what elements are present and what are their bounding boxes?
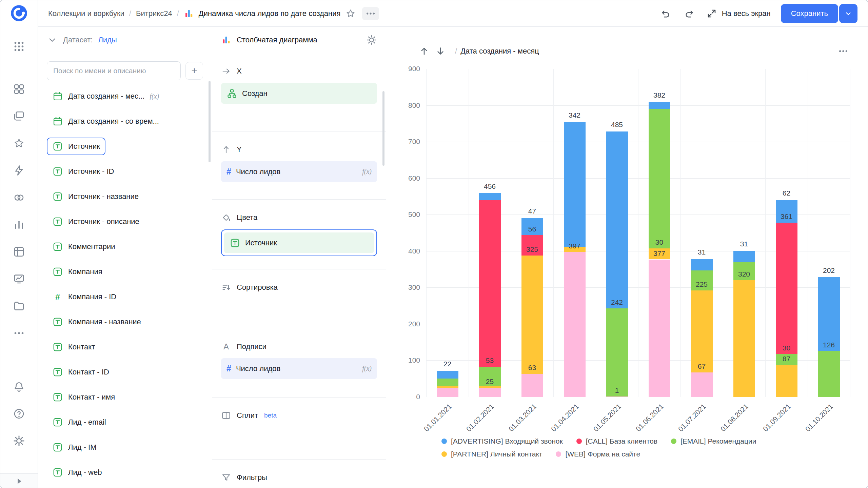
breadcrumb-collections[interactable]: Коллекции и воркбуки [48, 9, 124, 18]
widgets-icon[interactable] [12, 82, 26, 97]
favorite-star-icon[interactable] [345, 8, 356, 19]
dataset-field-row[interactable]: Комментарии [47, 234, 203, 259]
redo-icon[interactable] [683, 7, 696, 20]
apps-grid-icon[interactable] [12, 39, 26, 54]
quick-charts-icon[interactable] [12, 163, 26, 178]
stacked-bar-chart[interactable]: 01002003004005006007008009002201.01.2021… [426, 69, 850, 397]
bar-segment[interactable] [564, 252, 586, 397]
bar-segment[interactable] [606, 131, 628, 308]
bar-segment[interactable] [606, 308, 628, 396]
fullscreen-button[interactable]: На весь экран [706, 8, 771, 19]
dataset-field-row[interactable]: Контакт [47, 334, 203, 360]
bar-segment[interactable] [606, 396, 628, 397]
bar-segment[interactable] [818, 277, 840, 351]
text-field-icon [52, 442, 63, 453]
breadcrumb-workbook[interactable]: Битрикс24 [136, 9, 172, 18]
bar-segment[interactable] [733, 251, 755, 262]
fields-scrollbar[interactable] [209, 81, 211, 162]
bar-segment[interactable] [691, 259, 713, 270]
x-field-pill[interactable]: Создан [221, 83, 377, 104]
field-search-input[interactable] [47, 61, 181, 80]
dataset-field-list: Дата создания - мес...f(x)Дата создания … [47, 84, 203, 485]
bar-segment[interactable] [437, 379, 458, 386]
bar-segment[interactable] [818, 351, 840, 397]
expand-rail-button[interactable] [0, 473, 38, 488]
dataset-field-row[interactable]: Лид - web [47, 460, 203, 485]
dataset-field-row[interactable]: Источник - ID [47, 159, 203, 184]
y-axis-label: 800 [392, 101, 420, 109]
help-icon[interactable] [12, 406, 26, 421]
bar-segment[interactable] [479, 200, 501, 367]
bar-segment[interactable] [521, 256, 543, 374]
legend-item[interactable]: [WEB] Форма на сайте [556, 450, 640, 458]
dataset-field-row[interactable]: Источник - описание [47, 209, 203, 234]
bar-segment[interactable] [733, 280, 755, 397]
favorites-icon[interactable] [12, 136, 26, 151]
number-field-icon: # [226, 167, 231, 177]
bar-segment[interactable] [437, 371, 458, 379]
notifications-icon[interactable] [12, 379, 26, 394]
labels-field-pill[interactable]: # Число лидов f(x) [221, 358, 377, 379]
bar-segment[interactable] [691, 372, 713, 397]
dataset-field-row[interactable]: Контакт - имя [47, 385, 203, 410]
dataset-field-row[interactable]: Контакт - ID [47, 360, 203, 385]
y-field-pill[interactable]: # Число лидов f(x) [221, 161, 377, 182]
dataset-field-row[interactable]: Источник [47, 134, 203, 159]
chart-settings-gear-icon[interactable] [366, 35, 377, 45]
bar-segment[interactable] [479, 386, 501, 388]
dataset-field-row[interactable]: #Компания - ID [47, 284, 203, 309]
dataset-field-row[interactable]: Источник - название [47, 184, 203, 209]
save-button[interactable]: Сохранить [781, 4, 838, 23]
dataset-field-row[interactable]: Лид - IM [47, 435, 203, 460]
drill-down-icon[interactable] [434, 45, 447, 58]
section-filters: Фильтры [212, 460, 386, 488]
connections-icon[interactable] [12, 190, 26, 205]
datasets-icon[interactable] [12, 244, 26, 259]
monitoring-icon[interactable] [12, 271, 26, 286]
undo-icon[interactable] [659, 7, 672, 20]
section-colors-title: Цвета [237, 213, 257, 222]
add-field-button[interactable]: + [185, 62, 203, 80]
dataset-field-row[interactable]: Компания - название [47, 309, 203, 334]
config-scrollbar[interactable] [382, 91, 384, 166]
legend-item[interactable]: [EMAIL] Рекомендации [671, 437, 756, 445]
legend-item[interactable]: [PARTNER] Личный контакт [441, 450, 542, 458]
bar-segment[interactable] [649, 102, 670, 109]
field-name-label: Источник - ID [68, 167, 114, 176]
charts-icon[interactable] [12, 217, 26, 232]
dataset-field-row[interactable]: Дата создания - мес...f(x) [47, 84, 203, 109]
more-icon[interactable] [12, 326, 26, 341]
bar-value-label: 62 [783, 189, 790, 197]
collections-icon[interactable] [12, 109, 26, 124]
dataset-link[interactable]: Лиды [98, 36, 117, 44]
column-chart-icon[interactable] [221, 35, 231, 45]
bar-segment[interactable] [776, 365, 797, 397]
storage-icon[interactable] [12, 299, 26, 313]
drill-up-icon[interactable] [418, 45, 431, 58]
section-labels: A Подписи # Число лидов f(x) [212, 329, 386, 398]
drill-path-label[interactable]: Дата создания - месяц [460, 47, 539, 56]
bar-segment[interactable] [691, 290, 713, 372]
bar-segment[interactable] [649, 260, 670, 397]
datalens-logo[interactable] [10, 4, 28, 22]
legend-item[interactable]: [ADVERTISING] Входящий звонок [441, 437, 563, 445]
bar-segment[interactable] [564, 122, 586, 247]
save-dropdown-button[interactable] [839, 4, 857, 23]
chart-more-icon[interactable] [838, 46, 849, 57]
bar-segment[interactable] [437, 386, 458, 388]
bar-segment[interactable] [649, 109, 670, 248]
colors-field-pill[interactable]: Источник [224, 232, 374, 253]
bar-segment[interactable] [479, 193, 501, 201]
dataset-field-row[interactable]: Дата создания - со врем... [47, 109, 203, 134]
legend-item[interactable]: [CALL] База клиентов [576, 437, 657, 445]
chevron-down-icon[interactable] [47, 35, 58, 45]
section-labels-title: Подписи [237, 342, 267, 351]
title-more-icon[interactable] [362, 7, 379, 20]
dataset-field-row[interactable]: Компания [47, 259, 203, 284]
settings-gear-icon[interactable] [12, 433, 26, 448]
dataset-field-row[interactable]: Лид - email [47, 410, 203, 435]
bar-segment[interactable] [479, 388, 501, 397]
bar-segment[interactable] [776, 223, 797, 354]
bar-segment[interactable] [437, 388, 458, 397]
bar-segment[interactable] [521, 374, 543, 397]
